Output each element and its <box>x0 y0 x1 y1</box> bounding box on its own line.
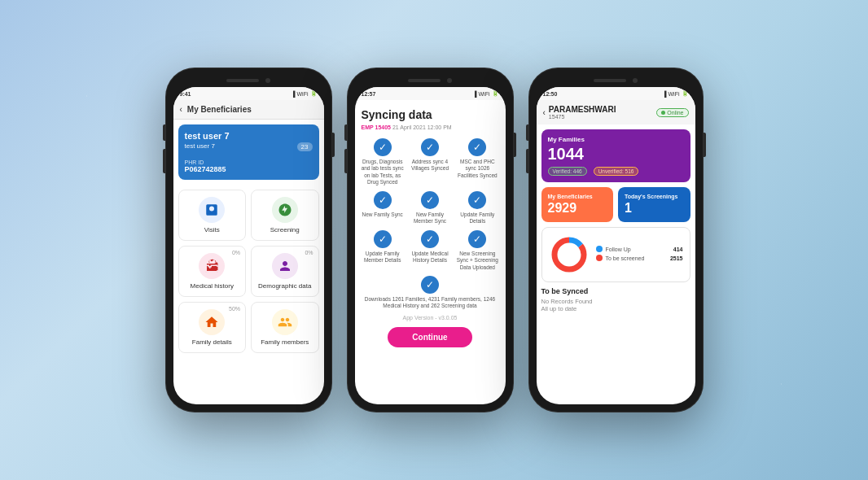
sync-label-msc: MSC and PHC sync 1026 Facilities Synced <box>456 159 498 179</box>
status-bar: 9:41 ▐ WiFi 🔋 <box>173 87 324 100</box>
demographic-percent: 0% <box>305 250 313 255</box>
visits-icon <box>199 197 225 223</box>
speaker-3 <box>594 79 626 82</box>
screening-icon <box>272 197 298 223</box>
screenings-number: 1 <box>625 201 684 216</box>
beneficiaries-title: My Beneficiaries <box>548 194 607 199</box>
syncing-meta: EMP 15405 21 April 2021 12:00 PM <box>362 124 499 130</box>
sync-item-downloads: ✓ Downloads 1261 Families, 4231 Family m… <box>362 276 499 310</box>
emp-id: EMP 15405 <box>362 124 391 130</box>
chart-legend: Follow Up 414 To be screened 2515 <box>596 246 683 264</box>
follow-up-value: 414 <box>673 247 683 252</box>
sync-label-update-member: Update Family Member Details <box>362 251 404 264</box>
visits-item[interactable]: Visits <box>178 190 247 241</box>
sync-label-new-member: New Family Member Sync <box>409 212 451 225</box>
status-bar-2: 12:57 ▐ WiFi 🔋 <box>355 87 506 100</box>
status-icons-3: ▐ WiFi 🔋 <box>663 90 689 97</box>
continue-button[interactable]: Continue <box>388 327 471 347</box>
signal-icon: ▐ <box>292 91 296 97</box>
check-icon-downloads: ✓ <box>421 276 439 294</box>
sync-label-new-family: New Family Sync <box>362 212 403 218</box>
patient-id: 15475 <box>549 114 616 120</box>
camera-2 <box>447 78 452 83</box>
to-be-screened-legend: To be screened 2515 <box>596 255 683 261</box>
demographic-label: Demographic data <box>258 282 311 290</box>
to-be-screened-value: 2515 <box>670 255 683 261</box>
sync-label-update-history: Update Medical History Details <box>409 251 451 264</box>
sync-item-drugs: ✓ Drugs, Diagnosis and lab tests sync on… <box>362 138 404 186</box>
sync-item-msc: ✓ MSC and PHC sync 1026 Facilities Synce… <box>456 138 498 186</box>
sync-up-to-date: All up to date <box>541 305 690 312</box>
sync-item-update-history: ✓ Update Medical History Details <box>409 230 451 271</box>
sync-item-update-member: ✓ Update Family Member Details <box>362 230 404 271</box>
beneficiaries-card: My Beneficiaries 2929 <box>541 187 614 222</box>
visits-label: Visits <box>204 226 220 233</box>
wifi-icon-3: WiFi <box>669 91 680 97</box>
signal-icon-2: ▐ <box>473 91 477 97</box>
check-icon-new-member: ✓ <box>421 191 439 209</box>
back-arrow-icon[interactable]: ‹ <box>180 105 182 114</box>
volume-up-button-3 <box>526 124 528 141</box>
beneficiaries-number: 2929 <box>548 201 607 216</box>
online-status-badge: Online <box>656 108 688 117</box>
status-icons: ▐ WiFi 🔋 <box>292 90 318 97</box>
family-details-item[interactable]: 50% Family details <box>178 302 247 353</box>
demographic-item[interactable]: 0% Demographic data <box>251 246 319 297</box>
speaker <box>226 79 259 82</box>
family-details-icon <box>199 309 225 335</box>
back-arrow-icon-3[interactable]: ‹ <box>543 108 546 117</box>
medical-history-item[interactable]: 0% Medical history <box>178 246 247 297</box>
volume-up-button-2 <box>344 124 347 141</box>
user-badge: 23 <box>297 142 313 151</box>
family-members-icon <box>272 309 298 335</box>
svg-point-2 <box>559 245 579 264</box>
volume-up-button <box>163 124 165 141</box>
syncing-title: Syncing data <box>362 108 499 121</box>
sync-label-downloads: Downloads 1261 Families, 4231 Family mem… <box>362 296 499 310</box>
follow-up-dot <box>596 246 603 252</box>
stats-row: My Beneficiaries 2929 Today's Screenings… <box>541 187 690 222</box>
volume-down-button <box>163 149 165 173</box>
sync-label-drugs: Drugs, Diagnosis and lab tests sync on l… <box>362 159 404 186</box>
sync-title: To be Synced <box>541 287 690 295</box>
power-button <box>332 133 335 157</box>
patient-content: My Families 1044 Verified: 446 Unverifie… <box>537 124 695 317</box>
chart-card: Follow Up 414 To be screened 2515 <box>541 227 690 282</box>
patient-info-left: ‹ PARAMESHWARI 15475 <box>543 105 616 120</box>
sync-section: To be Synced No Records Found All up to … <box>541 287 690 312</box>
online-label: Online <box>667 110 683 116</box>
volume-down-button-3 <box>526 149 528 173</box>
user-subtitle: test user 7 <box>185 142 215 151</box>
phone-1: 9:41 ▐ WiFi 🔋 ‹ My Beneficiaries test us… <box>165 68 332 412</box>
patient-header: ‹ PARAMESHWARI 15475 Online <box>537 100 695 124</box>
sync-item-address: ✓ Address sync 4 Villages Synced <box>409 138 451 186</box>
sync-date: 21 April 2021 12:00 PM <box>392 124 452 130</box>
family-details-label: Family details <box>192 338 232 346</box>
screening-item[interactable]: Screening <box>251 190 319 241</box>
check-icon-new-screening: ✓ <box>468 230 486 248</box>
check-icon-update-history: ✓ <box>421 230 439 248</box>
verification-row: Verified: 446 Unverified: 516 <box>548 167 684 176</box>
sync-label-address: Address sync 4 Villages Synced <box>409 159 451 172</box>
feature-grid: Visits Screening 0% Medical history <box>173 185 324 358</box>
sync-label-new-screening: New Screening Sync + Screening Data Uplo… <box>456 251 498 271</box>
sync-item-new-screening: ✓ New Screening Sync + Screening Data Up… <box>456 230 498 271</box>
family-members-item[interactable]: Family members <box>251 302 319 353</box>
families-card-title: My Families <box>548 136 684 143</box>
phr-id: P062742885 <box>185 165 313 173</box>
battery-icon: 🔋 <box>310 90 318 97</box>
volume-down-button-2 <box>344 149 347 173</box>
check-icon-drugs: ✓ <box>374 138 392 156</box>
medical-percent: 0% <box>232 250 240 255</box>
speaker-2 <box>408 79 441 82</box>
username: test user 7 <box>185 131 313 141</box>
family-details-percent: 50% <box>229 306 240 312</box>
sync-item-update-family: ✓ Update Family Details <box>456 191 498 225</box>
follow-up-legend: Follow Up 414 <box>596 246 683 252</box>
wifi-icon: WiFi <box>297 91 309 97</box>
donut-chart <box>549 234 590 275</box>
phone-3: 12:50 ▐ WiFi 🔋 ‹ PARAMESHWARI 15475 <box>528 68 704 412</box>
patient-name: PARAMESHWARI <box>549 105 616 114</box>
page-title: My Beneficiaries <box>187 105 252 114</box>
screenings-title: Today's Screenings <box>625 194 684 199</box>
